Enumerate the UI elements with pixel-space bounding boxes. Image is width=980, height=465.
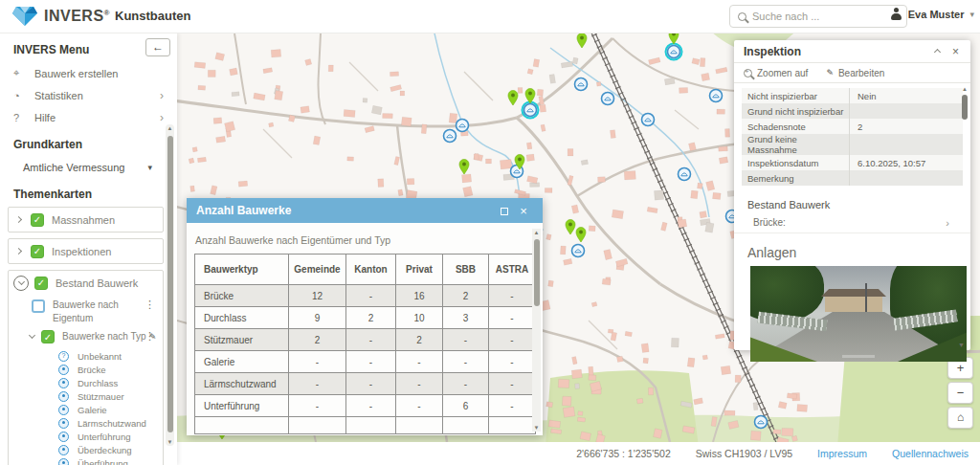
search-input[interactable] bbox=[752, 11, 886, 22]
link-impressum[interactable]: Impressum bbox=[817, 448, 867, 459]
scrollbar-thumb[interactable] bbox=[962, 95, 968, 120]
sublayer-options-icon[interactable]: ⋮ bbox=[145, 330, 155, 343]
table-row: Galerie----- bbox=[195, 351, 536, 373]
collapse-layer-button[interactable] bbox=[13, 276, 29, 291]
gallery-type-icon bbox=[58, 405, 69, 415]
table-cell: - bbox=[289, 395, 346, 417]
dialog-scrollbar[interactable]: ▲ ▼ bbox=[532, 229, 541, 432]
table-row: Durchlass92103- bbox=[195, 307, 536, 329]
close-button[interactable]: × bbox=[514, 204, 533, 218]
sublayer-options-icon[interactable]: ⋮ bbox=[145, 299, 155, 311]
attachment-photo[interactable] bbox=[750, 266, 967, 362]
sublayer-row-eigentum[interactable]: Bauwerke nach Eigentum ⋮ bbox=[9, 295, 163, 326]
sublayer-row-typ[interactable]: ✓ Bauwerke nach Typ ✎ ⋮ bbox=[9, 326, 163, 345]
edit-button[interactable]: ✎ Bearbeiten bbox=[823, 68, 884, 78]
create-bauwerk-icon: ⌖ bbox=[13, 67, 34, 79]
column-header: Kanton bbox=[346, 255, 396, 285]
menu-item-statistiken[interactable]: ◔Statistiken› bbox=[0, 84, 177, 106]
home-extent-button[interactable]: ⌂ bbox=[947, 407, 973, 429]
bridge-marker-blue[interactable] bbox=[602, 93, 614, 105]
legend-item-unbekannt: ?Unbekannt bbox=[9, 349, 163, 363]
table-cell: - bbox=[396, 373, 443, 395]
chevron-down-icon: ▾ bbox=[969, 10, 974, 19]
table-header-row: BauwerktypGemeindeKantonPrivatSBBASTRA bbox=[195, 255, 536, 285]
layer-label: Inspektionen bbox=[52, 246, 111, 257]
zoom-out-button[interactable]: − bbox=[947, 382, 973, 404]
sublayer-checkbox[interactable] bbox=[32, 299, 45, 313]
dialog-title: Anzahl Bauwerke bbox=[196, 204, 495, 217]
menu-item-label: Hilfe bbox=[34, 112, 56, 123]
scrollbar-thumb[interactable] bbox=[167, 136, 173, 432]
inspection-fields: Nicht inspizierbarNeinGrund nicht inspiz… bbox=[742, 88, 963, 186]
chevron-right-icon bbox=[15, 216, 22, 223]
field-label: Grund keine Massnahme bbox=[742, 134, 849, 155]
panel-scroll-down-icon[interactable]: ▼ bbox=[958, 342, 965, 348]
maximize-button[interactable] bbox=[495, 202, 514, 219]
themenkarten-title: Themenkarten bbox=[0, 178, 177, 207]
link-quellennachweis[interactable]: Quellennachweis bbox=[892, 448, 969, 459]
panel-header: Inspektion × bbox=[734, 40, 970, 63]
legend-label: Stützmauer bbox=[78, 391, 124, 402]
collapse-menu-button[interactable]: ← bbox=[145, 38, 170, 56]
chevron-right-icon: › bbox=[946, 217, 949, 229]
scroll-down-icon[interactable]: ▼ bbox=[166, 439, 174, 445]
bridge-marker-blue[interactable] bbox=[524, 104, 537, 117]
table-cell: - bbox=[489, 395, 536, 417]
table-row bbox=[195, 417, 536, 434]
table-cell: Lärmschutzwand bbox=[195, 373, 289, 395]
scroll-up-icon[interactable]: ▲ bbox=[961, 86, 969, 92]
bridge-marker-blue[interactable] bbox=[679, 168, 691, 181]
legend-item-st-tzmauer: Stützmauer bbox=[9, 389, 163, 403]
basemap-select[interactable]: Amtliche Vermessung ▾ bbox=[0, 157, 177, 178]
sidebar-scrollbar[interactable]: ▲ ▼ bbox=[166, 124, 174, 446]
legend-item-galerie: Galerie bbox=[9, 403, 163, 416]
table-cell: - bbox=[396, 351, 443, 373]
scroll-up-icon[interactable]: ▲ bbox=[532, 230, 541, 235]
legend-item-l-rmschutzwand: Lärmschutzwand bbox=[9, 416, 163, 430]
bridge-marker-blue[interactable] bbox=[457, 120, 469, 132]
panel-scrollbar[interactable]: ▲ bbox=[961, 86, 969, 176]
bruecke-link[interactable]: Brücke: › bbox=[734, 212, 970, 233]
layer-card-inspektionen: ✓ Inspektionen bbox=[8, 238, 164, 264]
field-label: Schadensnote bbox=[742, 122, 849, 132]
layer-checkbox[interactable]: ✓ bbox=[31, 213, 44, 227]
grundkarten-title: Grundkarten bbox=[0, 128, 177, 157]
layer-checkbox[interactable]: ✓ bbox=[31, 245, 44, 258]
dialog-titlebar[interactable]: Anzahl Bauwerke × bbox=[187, 198, 543, 223]
table-row: Lärmschutzwand----- bbox=[195, 373, 536, 395]
cover-type-icon bbox=[58, 445, 69, 455]
help-icon: ? bbox=[13, 112, 34, 123]
noise-barrier-type-icon bbox=[58, 418, 69, 429]
legend-label: Galerie bbox=[78, 405, 107, 415]
menu-item-bauwerk-erstellen[interactable]: ⌖Bauwerk erstellen bbox=[0, 62, 177, 84]
maximize-icon bbox=[501, 208, 508, 215]
collapse-panel-button[interactable] bbox=[925, 48, 950, 55]
user-menu[interactable]: Eva Muster ▾ bbox=[891, 8, 974, 21]
scrollbar-thumb[interactable] bbox=[534, 239, 540, 306]
zoom-to-button[interactable]: Zoomen auf bbox=[744, 68, 808, 78]
layer-row-massnahmen[interactable]: ✓ Massnahmen bbox=[9, 208, 163, 232]
sublayer-checkbox[interactable]: ✓ bbox=[41, 330, 55, 343]
bridge-marker-blue[interactable] bbox=[710, 90, 723, 102]
scroll-down-icon[interactable]: ▼ bbox=[532, 425, 541, 431]
scroll-up-icon[interactable]: ▲ bbox=[166, 125, 174, 131]
field-label: Inspektionsdatum bbox=[742, 158, 849, 168]
bridge-marker-blue[interactable] bbox=[642, 114, 655, 126]
table-cell: - bbox=[489, 285, 536, 307]
table-cell bbox=[443, 417, 489, 434]
bridge-marker-blue[interactable] bbox=[572, 245, 585, 257]
edit-pencil-icon: ✎ bbox=[826, 68, 834, 78]
layer-row-inspektionen[interactable]: ✓ Inspektionen bbox=[9, 239, 163, 263]
invers-logo: INVERS® bbox=[11, 6, 110, 27]
bridge-marker-blue[interactable] bbox=[444, 130, 457, 143]
field-label: Bemerkung bbox=[742, 173, 849, 184]
layer-row-bestand-bauwerk[interactable]: ✓ Bestand Bauwerk bbox=[9, 271, 163, 295]
bridge-marker-blue[interactable] bbox=[755, 416, 768, 429]
layer-checkbox[interactable]: ✓ bbox=[34, 277, 48, 290]
field-row-nicht-inspizierbar: Nicht inspizierbarNein bbox=[742, 88, 963, 103]
menu-item-hilfe[interactable]: ?Hilfe› bbox=[0, 106, 177, 128]
dialog-subtitle: Anzahl Bauwerke nach Eigentümer und Typ bbox=[187, 223, 543, 254]
bridge-marker-blue[interactable] bbox=[668, 46, 680, 58]
bridge-marker-blue[interactable] bbox=[575, 78, 588, 91]
close-panel-button[interactable]: × bbox=[950, 45, 961, 58]
